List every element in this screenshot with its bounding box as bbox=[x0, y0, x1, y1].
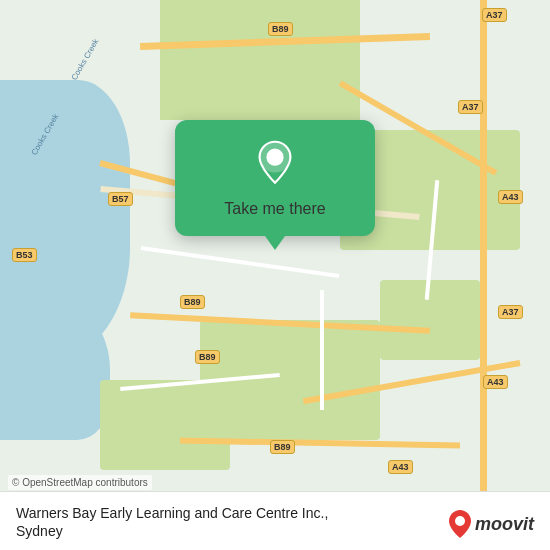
badge-a37-top: A37 bbox=[482, 8, 507, 22]
badge-b89-bot1: B89 bbox=[195, 350, 220, 364]
popup-card: Take me there bbox=[175, 120, 375, 236]
location-name-text: Warners Bay Early Learning and Care Cent… bbox=[16, 505, 328, 521]
location-pin-icon bbox=[251, 140, 299, 188]
badge-b57: B57 bbox=[108, 192, 133, 206]
badge-b89-bot2: B89 bbox=[270, 440, 295, 454]
green-sw bbox=[100, 380, 230, 470]
moovit-pin-icon bbox=[449, 510, 471, 538]
badge-b53: B53 bbox=[12, 248, 37, 262]
location-city-text: Sydney bbox=[16, 523, 63, 539]
badge-b89-mid: B89 bbox=[180, 295, 205, 309]
green-north bbox=[160, 0, 360, 120]
badge-a37-bot: A37 bbox=[498, 305, 523, 319]
bottom-bar: Warners Bay Early Learning and Care Cent… bbox=[0, 491, 550, 550]
badge-a37-mid: A37 bbox=[458, 100, 483, 114]
badge-a43-top: A43 bbox=[498, 190, 523, 204]
take-me-there-button[interactable]: Take me there bbox=[224, 200, 325, 218]
svg-point-1 bbox=[266, 149, 283, 166]
badge-a43-bot: A43 bbox=[388, 460, 413, 474]
badge-a43-mid: A43 bbox=[483, 375, 508, 389]
road-a43-v bbox=[480, 180, 487, 500]
map-container: Cooks Creek Cooks Creek B89 B89 B89 B89 … bbox=[0, 0, 550, 550]
green-se bbox=[380, 280, 480, 360]
svg-point-2 bbox=[455, 516, 465, 526]
location-name: Warners Bay Early Learning and Care Cent… bbox=[16, 505, 328, 539]
moovit-brand-text: moovit bbox=[475, 514, 534, 535]
badge-b89-top: B89 bbox=[268, 22, 293, 36]
attribution-text: © OpenStreetMap contributors bbox=[8, 475, 152, 490]
water-inlet bbox=[0, 300, 110, 440]
minor-road-3 bbox=[320, 290, 324, 410]
moovit-logo: moovit bbox=[449, 510, 534, 538]
